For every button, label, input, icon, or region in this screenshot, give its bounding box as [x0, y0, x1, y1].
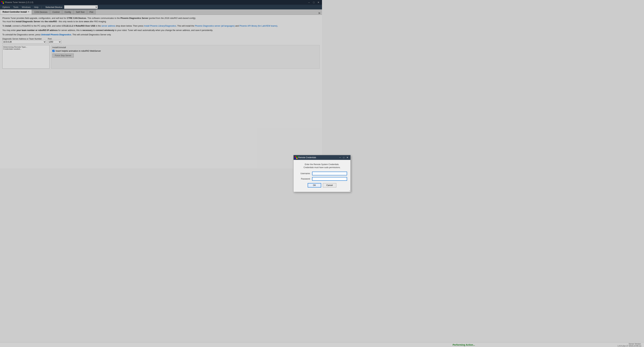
- dialog-description: Enter the Remote System Credentials. Cre…: [297, 163, 322, 169]
- remote-credentials-dialog: Remote Credentials – □ ✕ Enter the Remot…: [294, 155, 322, 174]
- dialog-title-bar: Remote Credentials – □ ✕: [294, 155, 322, 160]
- dialog-title-left: Remote Credentials: [295, 156, 316, 159]
- dialog-overlay: Remote Credentials – □ ✕ Enter the Remot…: [0, 0, 322, 174]
- dialog-desc-line1: Enter the Remote System Credentials.: [305, 163, 322, 166]
- dialog-body: Enter the Remote System Credentials. Cre…: [294, 160, 322, 174]
- username-input[interactable]: [312, 172, 322, 174]
- username-label: Username:: [297, 172, 310, 174]
- dialog-icon: [295, 156, 297, 159]
- dialog-title-text: Remote Credentials: [298, 156, 316, 159]
- username-row: Username:: [297, 172, 322, 174]
- dialog-desc-line2: Credentials must have sudo permissions.: [304, 166, 322, 168]
